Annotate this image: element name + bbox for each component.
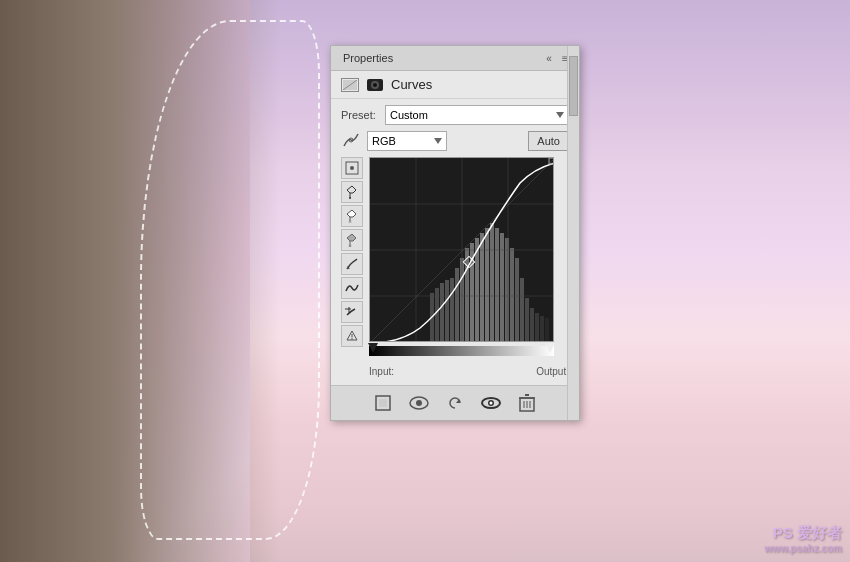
output-label: Output: [536, 366, 569, 377]
eyedropper-black-tool[interactable] [341, 181, 363, 203]
curves-graph[interactable] [369, 157, 554, 342]
svg-rect-30 [515, 258, 519, 342]
svg-rect-35 [540, 316, 544, 342]
channel-select[interactable]: RGB Red Green Blue [367, 131, 447, 151]
svg-rect-31 [520, 278, 524, 342]
svg-rect-39 [440, 283, 444, 342]
auto-button[interactable]: Auto [528, 131, 569, 151]
svg-rect-24 [485, 228, 489, 342]
collapse-panel-button[interactable]: « [543, 52, 555, 64]
svg-rect-23 [480, 233, 484, 342]
svg-point-5 [350, 166, 354, 170]
svg-rect-17 [450, 278, 454, 342]
svg-rect-20 [465, 248, 469, 342]
svg-rect-26 [495, 228, 499, 342]
watermark-url: www.psahz.com [765, 543, 842, 554]
channel-row: RGB Red Green Blue Auto [341, 131, 569, 151]
watermark-ps: PS 爱好者 [765, 524, 842, 543]
properties-panel: Properties « ≡ Curves Preset: Custom Def [330, 45, 580, 421]
svg-point-9 [349, 221, 351, 223]
panel-title-left: Properties [339, 50, 397, 66]
preset-select[interactable]: Custom Default Linear Contrast Medium Co… [385, 105, 569, 125]
curves-graph-wrapper: Input: Output: [369, 157, 569, 379]
black-point-handle[interactable] [368, 343, 378, 353]
tool-sidebar [341, 157, 365, 379]
toggle-visibility-button[interactable] [480, 392, 502, 414]
white-point-handle[interactable] [545, 343, 555, 353]
svg-rect-32 [525, 298, 529, 342]
scrollbar-thumb[interactable] [569, 56, 578, 116]
svg-rect-18 [455, 268, 459, 342]
curves-title: Curves [391, 77, 432, 92]
svg-rect-28 [505, 238, 509, 342]
svg-point-7 [349, 197, 351, 199]
panel-tab[interactable]: Properties [339, 50, 397, 66]
castle-background [0, 0, 280, 562]
panel-footer [331, 385, 579, 420]
input-slider-row [369, 346, 569, 364]
svg-rect-33 [530, 308, 534, 342]
svg-rect-34 [535, 313, 539, 342]
reset-adjustments-button[interactable] [444, 392, 466, 414]
preset-row: Preset: Custom Default Linear Contrast M… [341, 105, 569, 125]
mask-button[interactable] [372, 392, 394, 414]
pencil-draw-tool[interactable] [341, 253, 363, 275]
svg-rect-27 [500, 233, 504, 342]
svg-rect-25 [490, 223, 494, 342]
eyedropper-white-tool[interactable] [341, 205, 363, 227]
channel-icon [341, 131, 361, 151]
adjustment-layer-icon[interactable] [341, 78, 359, 92]
panel-scrollbar[interactable] [567, 46, 579, 420]
input-label: Input: [369, 366, 394, 377]
curves-area: Input: Output: [341, 157, 569, 379]
svg-rect-40 [445, 280, 449, 342]
svg-rect-51 [379, 399, 387, 407]
smooth-tool[interactable] [341, 277, 363, 299]
io-labels-row: Input: Output: [369, 364, 569, 379]
curves-header: Curves [331, 71, 579, 99]
eyedropper-gray-tool[interactable] [341, 229, 363, 251]
panel-titlebar: Properties « ≡ [331, 46, 579, 71]
svg-point-11 [349, 245, 351, 247]
input-gradient-bar[interactable] [369, 346, 554, 356]
target-adjust-tool[interactable] [341, 301, 363, 323]
panel-content: Preset: Custom Default Linear Contrast M… [331, 99, 579, 385]
select-point-tool[interactable] [341, 157, 363, 179]
svg-rect-29 [510, 248, 514, 342]
preset-label: Preset: [341, 109, 379, 121]
watermark: PS 爱好者 www.psahz.com [765, 524, 842, 554]
svg-rect-36 [545, 318, 549, 342]
clipping-warning-tool[interactable] [341, 325, 363, 347]
visibility-toggle-button[interactable] [408, 392, 430, 414]
visibility-icon[interactable] [367, 79, 383, 91]
svg-point-15 [351, 338, 353, 340]
delete-adjustment-button[interactable] [516, 392, 538, 414]
svg-point-56 [490, 402, 493, 405]
svg-point-53 [416, 400, 422, 406]
